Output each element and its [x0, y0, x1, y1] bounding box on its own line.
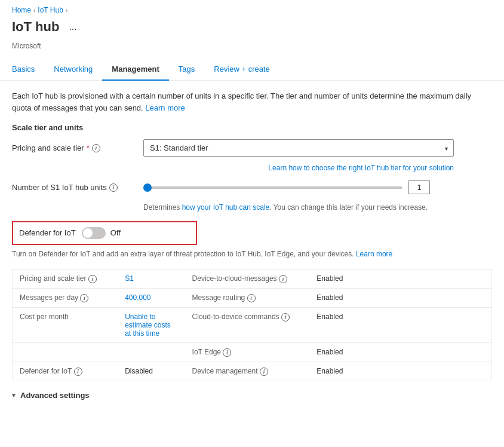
breadcrumb-chevron1: › — [33, 7, 35, 14]
page-header: IoT hub ... — [0, 17, 504, 42]
summary-feature-value-5: Enabled — [309, 362, 491, 381]
description-text: Each IoT hub is provisioned with a certa… — [12, 90, 492, 114]
summary-label-3: Cost per month — [13, 307, 118, 342]
advanced-settings-label: Advanced settings — [20, 391, 90, 400]
pricing-tier-select[interactable]: F1: Free tier B1: Basic tier B2: Basic t… — [143, 139, 454, 157]
tab-review-create[interactable]: Review + create — [204, 59, 279, 81]
pricing-tier-info-icon[interactable]: i — [92, 144, 100, 152]
description-learn-more[interactable]: Learn more — [145, 103, 185, 112]
summary-table: Pricing and scale tier i S1 Device-to-cl… — [12, 269, 492, 381]
table-row: Cost per month Unable to estimate costs … — [13, 307, 492, 342]
defender-row: Defender for IoT Off — [12, 221, 197, 245]
summary-value-5: Disabled — [118, 362, 185, 381]
defender-label: Defender for IoT — [19, 228, 76, 237]
defender-off-label: Off — [110, 228, 121, 237]
summary-feature-label-1: Device-to-cloud-messages i — [185, 269, 310, 288]
tab-basics[interactable]: Basics — [12, 59, 44, 81]
units-slider-row: Number of S1 IoT hub units i — [12, 180, 492, 194]
summary-info-2[interactable]: i — [80, 294, 88, 302]
summary-label-1: Pricing and scale tier i — [13, 269, 118, 288]
table-row: Pricing and scale tier i S1 Device-to-cl… — [13, 269, 492, 288]
tab-tags[interactable]: Tags — [169, 59, 204, 81]
tab-networking[interactable]: Networking — [44, 59, 102, 81]
pricing-tier-row: Pricing and scale tier * i F1: Free tier… — [12, 139, 492, 157]
breadcrumb-chevron2: › — [66, 7, 67, 14]
main-content: Each IoT hub is provisioned with a certa… — [0, 81, 504, 409]
table-row: IoT Edge i Enabled — [13, 342, 492, 362]
table-row: Defender for IoT i Disabled Device manag… — [13, 362, 492, 381]
tab-bar: Basics Networking Management Tags Review… — [0, 59, 504, 81]
summary-info-5[interactable]: i — [74, 368, 82, 376]
required-star: * — [87, 143, 90, 152]
summary-value-2: 400,000 — [118, 288, 185, 307]
table-row: Messages per day i 400,000 Message routi… — [13, 288, 492, 307]
defender-toggle[interactable] — [82, 227, 106, 239]
ellipsis-button[interactable]: ... — [65, 20, 80, 33]
breadcrumb-home[interactable]: Home — [12, 6, 31, 14]
units-slider[interactable] — [143, 186, 402, 189]
summary-value-3: Unable to estimate costs at this time — [118, 307, 185, 342]
tab-management[interactable]: Management — [102, 59, 168, 81]
pricing-tier-label: Pricing and scale tier * i — [12, 143, 143, 152]
summary-feature-info-5[interactable]: i — [260, 368, 268, 376]
summary-feature-label-4: IoT Edge i — [185, 342, 310, 362]
breadcrumb: Home › IoT Hub › — [0, 0, 504, 17]
summary-feature-info-1[interactable]: i — [279, 275, 287, 283]
units-slider-hint: Determines how your IoT hub can scale. Y… — [143, 203, 492, 213]
defender-description: Turn on Defender for IoT and add an extr… — [12, 249, 492, 259]
summary-feature-label-5: Device management i — [185, 362, 310, 381]
advanced-settings-chevron-icon: ▾ — [12, 391, 16, 399]
units-info-icon[interactable]: i — [109, 183, 118, 192]
scale-section-title: Scale tier and units — [12, 123, 492, 132]
pricing-tier-select-wrapper: F1: Free tier B1: Basic tier B2: Basic t… — [143, 139, 454, 157]
summary-feature-value-4: Enabled — [309, 342, 491, 362]
summary-feature-label-2: Message routing i — [185, 288, 310, 307]
defender-learn-more[interactable]: Learn more — [356, 250, 392, 258]
advanced-settings-row[interactable]: ▾ Advanced settings — [12, 391, 492, 400]
summary-label-4 — [13, 342, 118, 362]
summary-value-1: S1 — [118, 269, 185, 288]
summary-label-2: Messages per day i — [13, 288, 118, 307]
units-slider-container — [143, 180, 430, 194]
units-value-input[interactable] — [408, 180, 430, 194]
summary-feature-value-1: Enabled — [309, 269, 491, 288]
units-label: Number of S1 IoT hub units i — [12, 183, 143, 192]
summary-feature-info-2[interactable]: i — [247, 294, 256, 302]
summary-feature-label-3: Cloud-to-device commands i — [185, 307, 310, 342]
summary-info-1[interactable]: i — [88, 275, 97, 283]
page-subtitle: Microsoft — [0, 42, 504, 59]
page-title: IoT hub — [12, 19, 59, 35]
summary-feature-info-4[interactable]: i — [223, 348, 231, 357]
summary-feature-value-3: Enabled — [309, 307, 491, 342]
breadcrumb-iothub[interactable]: IoT Hub — [38, 6, 63, 14]
summary-feature-value-2: Enabled — [309, 288, 491, 307]
toggle-slider — [82, 227, 106, 239]
tier-learn-more-link[interactable]: Learn how to choose the right IoT hub ti… — [12, 164, 454, 172]
summary-value-4 — [118, 342, 185, 362]
summary-label-5: Defender for IoT i — [13, 362, 118, 381]
defender-toggle-wrapper: Off — [82, 227, 121, 239]
summary-feature-info-3[interactable]: i — [281, 313, 290, 322]
